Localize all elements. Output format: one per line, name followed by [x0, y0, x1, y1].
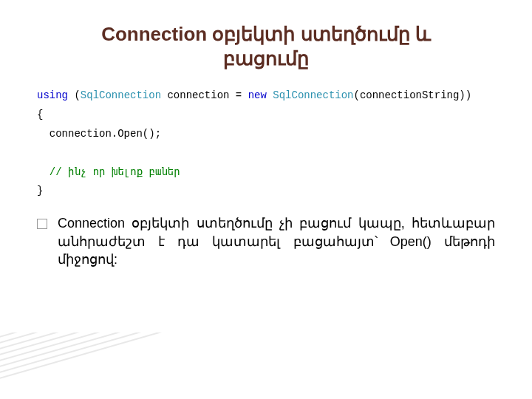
code-paren1: ( [68, 89, 81, 101]
bullet-text: Connection օբյեկտի ստեղծումը չի բացում կ… [58, 214, 495, 268]
title-line-1: Connection օբյեկտի ստեղծումը և [101, 23, 431, 45]
kw-using: using [37, 89, 68, 101]
type-sqlconnection-2: SqlConnection [273, 89, 353, 101]
title-line-2: բացումը [223, 47, 309, 69]
slide-title: Connection օբյեկտի ստեղծումը և բացումը [37, 22, 495, 70]
code-comment: // ինչ որ խելոք բաներ [37, 166, 180, 178]
code-block: using (SqlConnection connection = new Sq… [37, 86, 495, 201]
code-mid: connection = [161, 89, 248, 101]
code-end-line1: (connectionString)) [354, 89, 472, 101]
decorative-stripes [0, 332, 170, 399]
kw-new: new [248, 89, 267, 101]
bullet-icon [37, 219, 47, 229]
code-open-brace: { [37, 109, 43, 120]
bullet-item: Connection օբյեկտի ստեղծումը չի բացում կ… [37, 214, 495, 268]
code-open-call: connection.Open(); [37, 128, 161, 140]
code-close-brace: } [37, 185, 43, 197]
type-sqlconnection-1: SqlConnection [81, 89, 161, 101]
